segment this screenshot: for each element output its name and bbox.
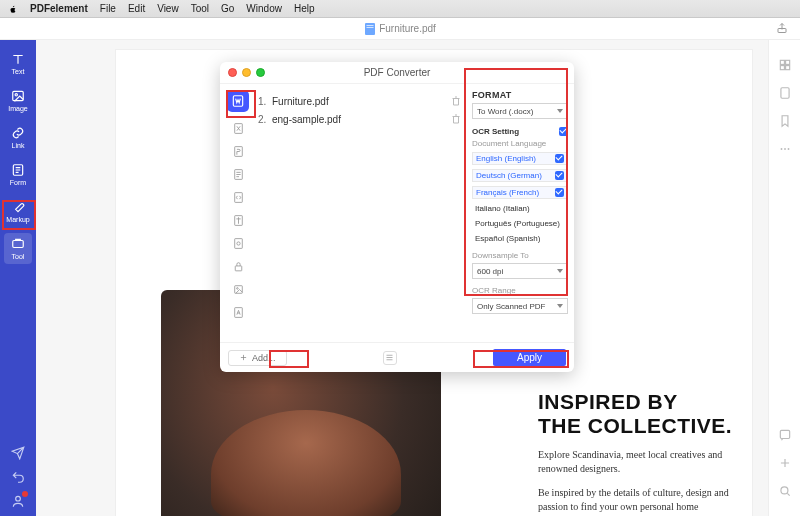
lang-option[interactable]: English (English) xyxy=(472,152,568,165)
convert-epub-icon[interactable] xyxy=(232,214,245,227)
check-icon xyxy=(555,171,564,180)
pdf-converter-dialog: PDF Converter 1.Furniture.pdf 2.eng-samp… xyxy=(220,62,574,372)
svg-point-26 xyxy=(236,242,239,245)
format-select[interactable]: To Word (.docx) xyxy=(472,103,568,119)
sidebar-item-label: Tool xyxy=(12,253,25,260)
sidebar-item-form[interactable]: Form xyxy=(4,159,32,190)
bookmark-panel-icon[interactable] xyxy=(778,114,792,128)
svg-point-18 xyxy=(780,487,787,494)
menu-window[interactable]: Window xyxy=(246,3,282,14)
svg-point-8 xyxy=(16,496,21,501)
apple-logo-icon[interactable] xyxy=(8,4,18,14)
list-view-icon[interactable] xyxy=(383,351,397,365)
ocr-range-select[interactable]: Only Scanned PDF xyxy=(472,298,568,314)
sidebar-item-label: Link xyxy=(12,142,25,149)
form-icon xyxy=(11,163,25,177)
ocr-toggle[interactable] xyxy=(559,127,568,136)
svg-rect-2 xyxy=(366,27,373,28)
menu-tool[interactable]: Tool xyxy=(191,3,209,14)
svg-rect-27 xyxy=(235,266,242,271)
svg-rect-12 xyxy=(785,66,789,70)
notification-dot xyxy=(22,491,28,497)
properties-panel-icon[interactable] xyxy=(778,86,792,100)
user-icon[interactable] xyxy=(11,494,25,508)
svg-point-14 xyxy=(780,148,782,150)
downsample-label: Downsample To xyxy=(472,251,568,260)
convert-text-icon[interactable] xyxy=(232,168,245,181)
svg-rect-28 xyxy=(234,286,242,294)
sidebar-item-link[interactable]: Link xyxy=(4,122,32,153)
dialog-titlebar: PDF Converter xyxy=(220,62,574,84)
menu-edit[interactable]: Edit xyxy=(128,3,145,14)
window-controls xyxy=(228,68,265,77)
convert-ppt-icon[interactable] xyxy=(232,145,245,158)
apply-button[interactable]: Apply xyxy=(493,349,566,366)
menu-go[interactable]: Go xyxy=(221,3,234,14)
convert-image-icon[interactable] xyxy=(232,283,245,296)
svg-rect-7 xyxy=(13,241,24,248)
undo-icon[interactable] xyxy=(11,470,25,484)
menu-file[interactable]: File xyxy=(100,3,116,14)
annotations-panel-icon[interactable] xyxy=(778,428,792,442)
remove-icon[interactable] xyxy=(450,113,462,125)
page-paragraph-2: Be inspired by the details of culture, d… xyxy=(538,486,733,516)
zoom-icon[interactable] xyxy=(256,68,265,77)
convert-rtf-icon[interactable] xyxy=(232,237,245,250)
svg-rect-1 xyxy=(366,25,373,26)
svg-point-5 xyxy=(15,94,17,96)
convert-word-icon[interactable] xyxy=(227,90,249,112)
lang-option[interactable]: Português (Portuguese) xyxy=(472,218,568,229)
page-paragraph-1: Explore Scandinavia, meet local creative… xyxy=(538,448,733,475)
file-row[interactable]: 1.Furniture.pdf xyxy=(258,92,462,110)
open-filename: Furniture.pdf xyxy=(379,23,436,34)
convert-html-icon[interactable] xyxy=(232,191,245,204)
add-button[interactable]: Add... xyxy=(228,350,287,366)
minimize-icon[interactable] xyxy=(242,68,251,77)
search-panel-icon[interactable] xyxy=(778,484,792,498)
more-panel-icon[interactable] xyxy=(778,142,792,156)
thumbnail-panel-icon[interactable] xyxy=(778,58,792,72)
right-sidebar xyxy=(768,40,800,516)
lang-option[interactable]: Français (French) xyxy=(472,186,568,199)
menu-view[interactable]: View xyxy=(157,3,179,14)
check-icon xyxy=(555,154,564,163)
link-icon xyxy=(11,126,25,140)
sidebar-item-markup[interactable]: Markup xyxy=(4,196,32,227)
send-icon[interactable] xyxy=(11,446,25,460)
remove-icon[interactable] xyxy=(450,95,462,107)
menu-help[interactable]: Help xyxy=(294,3,315,14)
svg-rect-11 xyxy=(780,66,784,70)
convert-pdfa-icon[interactable] xyxy=(232,306,245,319)
sidebar-item-label: Markup xyxy=(6,216,29,223)
svg-rect-30 xyxy=(234,308,242,318)
app-name[interactable]: PDFelement xyxy=(30,3,88,14)
svg-point-29 xyxy=(236,288,238,290)
convert-encrypted-icon[interactable] xyxy=(232,260,245,273)
close-icon[interactable] xyxy=(228,68,237,77)
lang-option[interactable]: Italiano (Italian) xyxy=(472,203,568,214)
page-headline: INSPIRED BYTHE COLLECTIVE. xyxy=(538,390,732,437)
ocr-label: OCR Setting xyxy=(472,127,519,136)
share-icon[interactable] xyxy=(776,22,788,34)
dialog-footer: Add... Apply xyxy=(220,342,574,372)
sidebar-item-label: Text xyxy=(12,68,25,75)
convert-excel-icon[interactable] xyxy=(232,122,245,135)
lang-option[interactable]: Deutsch (German) xyxy=(472,169,568,182)
window-titlebar: Furniture.pdf xyxy=(0,18,800,40)
sidebar-item-image[interactable]: Image xyxy=(4,85,32,116)
sidebar-item-text[interactable]: Text xyxy=(4,48,32,79)
svg-rect-4 xyxy=(13,91,24,100)
add-panel-icon[interactable] xyxy=(778,456,792,470)
downsample-select[interactable]: 600 dpi xyxy=(472,263,568,279)
text-icon xyxy=(11,52,25,66)
svg-rect-0 xyxy=(365,23,375,35)
lang-option[interactable]: Español (Spanish) xyxy=(472,233,568,244)
image-icon xyxy=(11,89,25,103)
sidebar-item-tool[interactable]: Tool xyxy=(4,233,32,264)
file-row[interactable]: 2.eng-sample.pdf xyxy=(258,110,462,128)
format-label: FORMAT xyxy=(472,90,568,100)
check-icon xyxy=(555,188,564,197)
svg-rect-9 xyxy=(780,60,784,64)
convert-type-bar xyxy=(220,84,256,342)
svg-rect-10 xyxy=(785,60,789,64)
